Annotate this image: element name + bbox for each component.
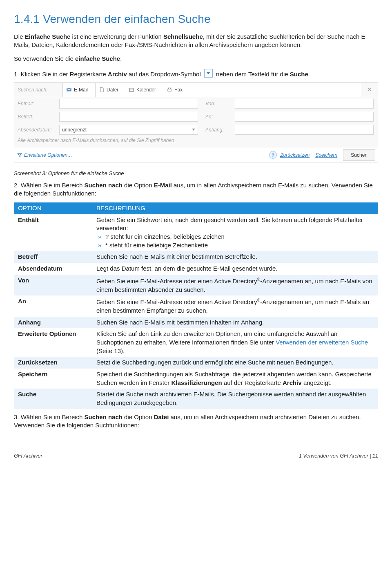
col-description: BESCHREIBUNG [92, 202, 378, 214]
term-klassifizierungen: Klassifizierungen [171, 379, 222, 386]
search-button[interactable]: Suchen [343, 149, 375, 161]
opt-desc: Suchen Sie nach E-Mails mit einer bestim… [92, 251, 378, 263]
text: die Option [122, 413, 154, 420]
search-for-label: Suchen nach: [14, 83, 62, 97]
opt-desc: Geben Sie ein Stichwort ein, nach dem ge… [92, 214, 378, 251]
calendar-icon [129, 87, 134, 93]
text: ist eine Erweiterung der Funktion [70, 33, 163, 40]
opt-name: Zurücksetzen [14, 357, 92, 369]
opt-desc: Speichert die Suchbedingungen als Suchab… [92, 369, 378, 389]
footer-sep: | [368, 453, 372, 459]
tab-label: Kalender [136, 87, 156, 93]
subject-input[interactable] [59, 112, 198, 122]
bullet: ? steht für ein einzelnes, beliebiges Ze… [96, 233, 374, 241]
step-2: 2. Wählen Sie im Bereich Suchen nach die… [14, 181, 378, 198]
attachment-input[interactable] [235, 125, 374, 135]
term-datei: Datei [154, 413, 169, 420]
opt-name: Erweiterte Optionen [14, 328, 92, 357]
opt-desc: Geben Sie eine E-Mail-Adresse oder einen… [92, 296, 378, 316]
term-suchen-nach: Suchen nach [85, 413, 122, 420]
tab-label: E-Mail [74, 87, 88, 93]
text: angezeigt. [302, 379, 332, 386]
contains-input[interactable] [59, 99, 198, 109]
svg-rect-3 [168, 89, 171, 91]
text: 1. Klicken Sie in der Registerkarte [14, 71, 108, 78]
tab-file[interactable]: Datei [96, 83, 125, 97]
bullet: * steht für eine beliebige Zeichenkette [96, 241, 374, 250]
footer-chapter: 1 Verwenden von GFI Archiver [299, 453, 368, 459]
table-row: Von Geben Sie eine E-Mail-Adresse oder e… [14, 275, 378, 296]
table-row: Erweiterte Optionen Klicken Sie auf den … [14, 328, 378, 357]
table-row: Speichern Speichert die Suchbedingungen … [14, 369, 378, 389]
email-icon [66, 87, 72, 93]
table-row: Betreff Suchen Sie nach E-Mails mit eine… [14, 251, 378, 263]
help-button[interactable]: ? [269, 151, 277, 159]
section-heading: 1.4.1 Verwenden der einfachen Suche [14, 11, 378, 27]
file-icon [99, 87, 105, 93]
tab-email[interactable]: E-Mail [62, 83, 96, 97]
search-fields: Enthält: Von: Betreff: An: Absendedatum:… [14, 97, 378, 136]
term-archiv: Archiv [108, 71, 127, 78]
step-3: 3. Wählen Sie im Bereich Suchen nach die… [14, 413, 378, 430]
svg-rect-1 [129, 88, 133, 92]
from-label: Von: [202, 97, 235, 110]
text: So verwenden Sie die [14, 55, 75, 62]
text: auf das Dropdown-Symbol [127, 71, 203, 78]
opt-desc: Suchen Sie nach E-Mails mit bestimmten I… [92, 317, 378, 329]
term-archiv: Archiv [283, 379, 302, 386]
opt-name: Suche [14, 389, 92, 409]
sent-date-dropdown[interactable]: unbegrenzt [59, 125, 198, 135]
intro-paragraph-2: So verwenden Sie die einfache Suche: [14, 55, 378, 63]
intro-paragraph-1: Die Einfache Suche ist eine Erweiterung … [14, 33, 378, 49]
text: . [308, 71, 310, 78]
advanced-search-link[interactable]: Verwenden der erweiterten Suche [276, 339, 368, 346]
opt-name: Enthält [14, 214, 92, 251]
opt-desc: Klicken Sie auf den Link zu den erweiter… [92, 328, 378, 357]
opt-name: Speichern [14, 369, 92, 389]
reset-link[interactable]: Zurücksetzen [280, 152, 310, 158]
text: die Option [122, 182, 154, 189]
opt-desc: Setzt die Suchbedingungen zurück und erm… [92, 357, 378, 369]
text: 2. Wählen Sie im Bereich [14, 182, 85, 189]
close-button[interactable]: ✕ [361, 83, 378, 97]
search-ui-screenshot: Suchen nach: E-Mail Datei Kalender Fax [14, 82, 378, 162]
opt-name: Anhang [14, 317, 92, 329]
subject-label: Betreff: [14, 110, 59, 123]
text: : [120, 55, 122, 62]
opt-name: Absendedatum [14, 263, 92, 275]
save-link[interactable]: Speichern [315, 152, 337, 158]
table-row: Absendedatum Legt das Datum fest, an dem… [14, 263, 378, 275]
text: Geben Sie eine E-Mail-Adresse oder einen… [96, 298, 257, 305]
term-einfache-suche: einfache Suche [75, 55, 120, 62]
from-input[interactable] [235, 99, 374, 109]
term-suche: Suche [290, 71, 308, 78]
search-tabs-row: Suchen nach: E-Mail Datei Kalender Fax [14, 83, 378, 97]
term-email: E-Mail [154, 182, 172, 189]
text: (Seite 13). [96, 347, 125, 354]
tab-calendar[interactable]: Kalender [125, 83, 163, 97]
col-option: OPTION [14, 202, 92, 214]
table-row: Suche Startet die Suche nach archivierte… [14, 389, 378, 409]
advanced-options-link[interactable]: Erweiterte Optionen… [17, 152, 72, 158]
table-row: Anhang Suchen Sie nach E-Mails mit besti… [14, 317, 378, 329]
tab-label: Fax [174, 87, 183, 93]
opt-desc: Geben Sie eine E-Mail-Adresse oder einen… [92, 275, 378, 296]
tab-label: Datei [107, 87, 118, 93]
text: 3. Wählen Sie im Bereich [14, 413, 85, 420]
step-1: 1. Klicken Sie in der Registerkarte Arch… [14, 69, 378, 78]
fax-icon [167, 87, 172, 93]
footer-left: GFI Archiver [14, 453, 42, 460]
text: Geben Sie eine E-Mail-Adresse oder einen… [96, 278, 257, 284]
advanced-options-label: Erweiterte Optionen… [24, 152, 72, 158]
opt-name: An [14, 296, 92, 316]
options-table: OPTION BESCHREIBUNG Enthält Geben Sie ei… [14, 202, 378, 409]
opt-name: Von [14, 275, 92, 296]
dropdown-icon [204, 69, 213, 78]
footer-page-number: 11 [372, 453, 378, 459]
to-label: An: [202, 110, 235, 123]
tab-fax[interactable]: Fax [163, 83, 190, 97]
sent-date-label: Absendedatum: [14, 123, 59, 136]
to-input[interactable] [235, 112, 374, 122]
page-footer: GFI Archiver 1 Verwenden von GFI Archive… [14, 450, 378, 460]
screenshot-caption: Screenshot 3: Optionen für die einfache … [14, 170, 378, 177]
